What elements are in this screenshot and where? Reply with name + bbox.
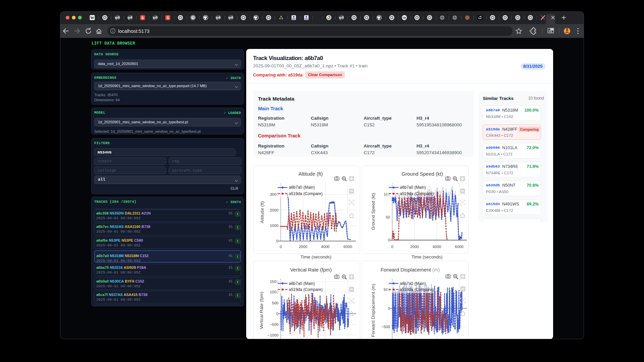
- svg-text:W: W: [90, 15, 94, 20]
- svg-text:OI: OI: [403, 16, 406, 19]
- svg-text:2000: 2000: [410, 245, 419, 249]
- svg-text:Altitude (ft): Altitude (ft): [260, 201, 265, 223]
- svg-text:50: 50: [386, 215, 390, 219]
- svg-text:Time (seconds): Time (seconds): [300, 254, 331, 259]
- svg-text:Time (seconds): Time (seconds): [412, 254, 443, 259]
- svg-text:Altitude (ft): Altitude (ft): [299, 171, 323, 177]
- svg-text:S: S: [166, 16, 169, 20]
- svg-text:a519da (Compare): a519da (Compare): [400, 191, 434, 196]
- svg-text:0: 0: [388, 306, 390, 310]
- svg-text:Ground Speed (kt): Ground Speed (kt): [371, 193, 376, 230]
- svg-text:a519da (Compare): a519da (Compare): [289, 191, 323, 196]
- svg-text:Vertical Rate (fpm): Vertical Rate (fpm): [259, 292, 264, 329]
- svg-text:a6b7a0 (Main): a6b7a0 (Main): [289, 281, 315, 286]
- svg-text:1000: 1000: [270, 224, 278, 228]
- svg-text:0: 0: [280, 245, 282, 249]
- svg-text:2000: 2000: [270, 208, 278, 212]
- svg-text:0: 0: [276, 239, 278, 243]
- svg-text:0: 0: [276, 312, 278, 316]
- svg-text:a519da (Compare): a519da (Compare): [400, 287, 434, 292]
- svg-text:a6b7a0 (Main): a6b7a0 (Main): [400, 281, 426, 286]
- svg-text:localhost:5173: localhost:5173: [118, 28, 150, 34]
- svg-text:0: 0: [391, 245, 393, 249]
- svg-text:2000: 2000: [299, 245, 308, 249]
- svg-text:a6b7a0 (Main): a6b7a0 (Main): [400, 185, 426, 190]
- svg-text:a519da (Compare): a519da (Compare): [289, 287, 323, 292]
- svg-text:500: 500: [272, 301, 278, 305]
- svg-text:−1000: −1000: [268, 333, 278, 337]
- svg-text:−500: −500: [270, 322, 278, 326]
- svg-text:Vertical Rate (fpm): Vertical Rate (fpm): [290, 267, 332, 273]
- svg-text:4000: 4000: [321, 245, 330, 249]
- svg-text:0: 0: [388, 238, 390, 242]
- svg-text:−500: −500: [381, 325, 390, 329]
- svg-text:Forward Displacement (m): Forward Displacement (m): [381, 267, 440, 273]
- svg-text:S: S: [141, 16, 144, 20]
- svg-text:6000: 6000: [343, 245, 352, 249]
- svg-text:a6b7a0 (Main): a6b7a0 (Main): [289, 185, 315, 190]
- svg-text:Ground Speed (kt): Ground Speed (kt): [401, 171, 443, 177]
- svg-text:4000: 4000: [433, 245, 441, 249]
- svg-text:Forward Displacement (m): Forward Displacement (m): [371, 284, 376, 337]
- svg-text:6000: 6000: [455, 245, 464, 249]
